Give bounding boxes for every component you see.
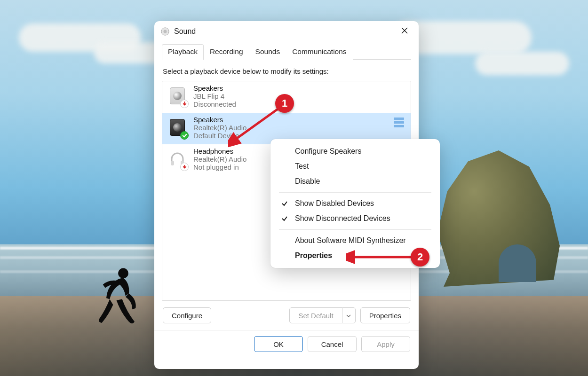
close-icon	[401, 27, 408, 36]
desktop-wallpaper: Sound Playback Recording Sounds Communic…	[0, 0, 588, 376]
rock-arch	[499, 244, 536, 282]
configure-button[interactable]: Configure	[163, 307, 211, 323]
set-default-button[interactable]: Set Default	[289, 307, 342, 323]
instruction-text: Select a playback device below to modify…	[163, 67, 410, 75]
device-name: Speakers	[193, 84, 236, 92]
device-name: Headphones	[193, 147, 246, 155]
tab-playback[interactable]: Playback	[162, 44, 204, 60]
speaker-icon	[168, 85, 187, 106]
menu-test[interactable]: Test	[270, 159, 440, 174]
checkmark-icon	[281, 215, 288, 222]
annotation-arrow-2	[346, 249, 416, 265]
volume-level-icon	[394, 118, 404, 127]
set-default-split-button[interactable]: Set Default	[289, 307, 355, 323]
svg-point-2	[163, 30, 167, 33]
headphones-icon	[168, 148, 187, 169]
menu-about-midi[interactable]: About Software MIDI Synthesizer	[270, 233, 440, 248]
tab-strip: Playback Recording Sounds Communications	[162, 44, 411, 59]
menu-show-disabled[interactable]: Show Disabled Devices	[270, 196, 440, 211]
tab-recording[interactable]: Recording	[204, 44, 249, 60]
menu-show-disconnected[interactable]: Show Disconnected Devices	[270, 211, 440, 226]
chevron-down-icon	[346, 311, 351, 320]
device-status: Not plugged in	[193, 163, 246, 171]
apply-button[interactable]: Apply	[361, 336, 410, 352]
ok-button[interactable]: OK	[254, 336, 303, 352]
runner-silhouette	[89, 266, 146, 341]
disconnected-badge-icon	[180, 100, 189, 108]
menu-disable[interactable]: Disable	[270, 174, 440, 189]
svg-line-8	[234, 105, 284, 141]
properties-button[interactable]: Properties	[360, 307, 410, 323]
sound-icon	[161, 27, 169, 36]
close-button[interactable]	[394, 24, 415, 39]
svg-rect-6	[171, 161, 174, 165]
tab-communications[interactable]: Communications	[286, 44, 352, 60]
checkmark-icon	[281, 200, 288, 207]
set-default-dropdown[interactable]	[342, 307, 356, 323]
annotation-marker-1: 1	[275, 94, 294, 113]
titlebar[interactable]: Sound	[154, 21, 419, 42]
tab-sounds[interactable]: Sounds	[249, 44, 286, 60]
annotation-marker-2: 2	[411, 248, 429, 266]
menu-configure-speakers[interactable]: Configure Speakers	[270, 144, 440, 159]
unplugged-badge-icon	[180, 163, 189, 171]
window-title: Sound	[174, 27, 196, 36]
device-driver: Realtek(R) Audio	[193, 155, 246, 163]
default-badge-icon	[180, 131, 189, 140]
device-context-menu: Configure Speakers Test Disable Show Dis…	[270, 139, 440, 268]
speaker-icon	[168, 117, 187, 138]
cancel-button[interactable]: Cancel	[308, 336, 357, 352]
svg-point-0	[118, 268, 128, 279]
